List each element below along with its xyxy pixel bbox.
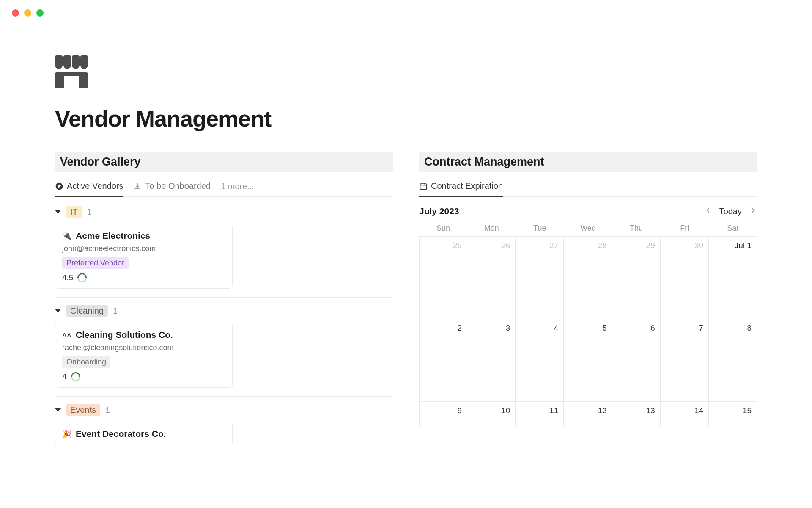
vendor-badge: Onboarding	[62, 356, 110, 368]
calendar-cell[interactable]: 26	[467, 237, 516, 319]
calendar-today-button[interactable]: Today	[719, 207, 742, 216]
toggle-icon[interactable]	[55, 210, 61, 214]
calendar-month: July 2023	[419, 206, 459, 216]
group-count-cleaning: 1	[113, 306, 118, 316]
weekday-sun: Sun	[419, 224, 467, 233]
vendor-gallery-header: Vendor Gallery	[55, 152, 393, 172]
vendor-name: Event Decorators Co.	[76, 429, 166, 439]
group-tag-events: Events	[66, 404, 100, 416]
contract-management-header: Contract Management	[419, 152, 757, 172]
vendor-rating: 4	[62, 372, 67, 381]
vendor-name: Acme Electronics	[76, 231, 150, 241]
calendar-cell[interactable]: 5	[564, 319, 612, 402]
calendar-cell[interactable]: 25	[419, 237, 467, 319]
vendor-email: john@acmeelectronics.com	[62, 244, 225, 253]
tab-more[interactable]: 1 more...	[221, 182, 254, 196]
candles-icon: ᴧᴧ	[62, 330, 71, 340]
party-icon: 🎉	[62, 429, 71, 439]
tab-to-be-onboarded[interactable]: To be Onboarded	[133, 181, 211, 197]
calendar-weekdays: Sun Mon Tue Wed Thu Fri Sat	[419, 224, 757, 233]
calendar-icon	[419, 182, 428, 190]
calendar-cell[interactable]: 13	[612, 402, 661, 427]
calendar-prev-button[interactable]	[704, 207, 712, 216]
group-tag-it: IT	[66, 206, 82, 218]
calendar-cell[interactable]: 2	[419, 319, 467, 402]
page-icon-store	[55, 55, 88, 88]
svg-rect-1	[420, 184, 427, 189]
vendor-rating: 4.5	[62, 273, 73, 282]
calendar-cell[interactable]: 12	[564, 402, 612, 427]
weekday-mon: Mon	[467, 224, 516, 233]
calendar-cell[interactable]: 10	[467, 402, 516, 427]
progress-ring-icon	[69, 370, 82, 383]
calendar-cell[interactable]: 8	[709, 319, 757, 402]
calendar-next-button[interactable]	[749, 207, 757, 216]
window-zoom-button[interactable]	[36, 9, 44, 17]
weekday-sat: Sat	[709, 224, 757, 233]
group-header-it[interactable]: IT 1	[55, 206, 393, 218]
tab-active-vendors-label: Active Vendors	[67, 181, 123, 191]
download-icon	[133, 182, 142, 190]
calendar-grid: 252627282930Jul 123456789101112131415	[419, 236, 757, 427]
weekday-thu: Thu	[612, 224, 661, 233]
window-minimize-button[interactable]	[24, 9, 31, 17]
calendar-cell[interactable]: 11	[516, 402, 564, 427]
calendar-cell[interactable]: 29	[612, 237, 661, 319]
tab-contract-expiration-label: Contract Expiration	[431, 181, 503, 191]
contract-tabs: Contract Expiration	[419, 181, 757, 197]
calendar-cell[interactable]: 7	[661, 319, 709, 402]
vendor-name: Cleaning Solutions Co.	[76, 330, 173, 340]
vendor-gallery-column: Vendor Gallery Active Vendors To be Onbo…	[55, 152, 393, 449]
group-count-it: 1	[87, 207, 92, 217]
calendar-cell[interactable]: 14	[661, 402, 709, 427]
calendar-cell[interactable]: 4	[516, 319, 564, 402]
star-icon	[55, 182, 63, 190]
tab-contract-expiration[interactable]: Contract Expiration	[419, 181, 503, 197]
toggle-icon[interactable]	[55, 309, 61, 313]
calendar-cell[interactable]: 6	[612, 319, 661, 402]
group-header-cleaning[interactable]: Cleaning 1	[55, 305, 393, 317]
toggle-icon[interactable]	[55, 408, 61, 412]
vendor-badge: Preferred Vendor	[62, 257, 129, 269]
page-title: Vendor Management	[55, 105, 757, 132]
weekday-wed: Wed	[564, 224, 612, 233]
window-close-button[interactable]	[12, 9, 19, 17]
contract-management-column: Contract Management Contract Expiration …	[419, 152, 757, 449]
weekday-tue: Tue	[516, 224, 564, 233]
group-tag-cleaning: Cleaning	[66, 305, 108, 317]
calendar-cell[interactable]: 9	[419, 402, 467, 427]
vendor-card-acme[interactable]: 🔌 Acme Electronics john@acmeelectronics.…	[55, 224, 233, 289]
vendor-tabs: Active Vendors To be Onboarded 1 more...	[55, 181, 393, 197]
tab-active-vendors[interactable]: Active Vendors	[55, 181, 123, 197]
plug-icon: 🔌	[62, 231, 71, 240]
weekday-fri: Fri	[661, 224, 709, 233]
calendar-cell[interactable]: 30	[661, 237, 709, 319]
calendar-cell[interactable]: 3	[467, 319, 516, 402]
calendar-cell[interactable]: Jul 1	[709, 237, 757, 319]
calendar-cell[interactable]: 27	[516, 237, 564, 319]
vendor-email: rachel@cleaningsolutionsco.com	[62, 343, 225, 352]
progress-ring-icon	[76, 271, 89, 284]
divider	[55, 396, 393, 397]
calendar-cell[interactable]: 28	[564, 237, 612, 319]
calendar-cell[interactable]: 15	[709, 402, 757, 427]
window-controls	[0, 0, 812, 26]
vendor-card-events[interactable]: 🎉 Event Decorators Co.	[55, 422, 233, 445]
vendor-card-cleaning[interactable]: ᴧᴧ Cleaning Solutions Co. rachel@cleanin…	[55, 323, 233, 388]
tab-to-be-onboarded-label: To be Onboarded	[145, 181, 211, 191]
group-header-events[interactable]: Events 1	[55, 404, 393, 416]
group-count-events: 1	[105, 405, 110, 415]
divider	[55, 297, 393, 298]
